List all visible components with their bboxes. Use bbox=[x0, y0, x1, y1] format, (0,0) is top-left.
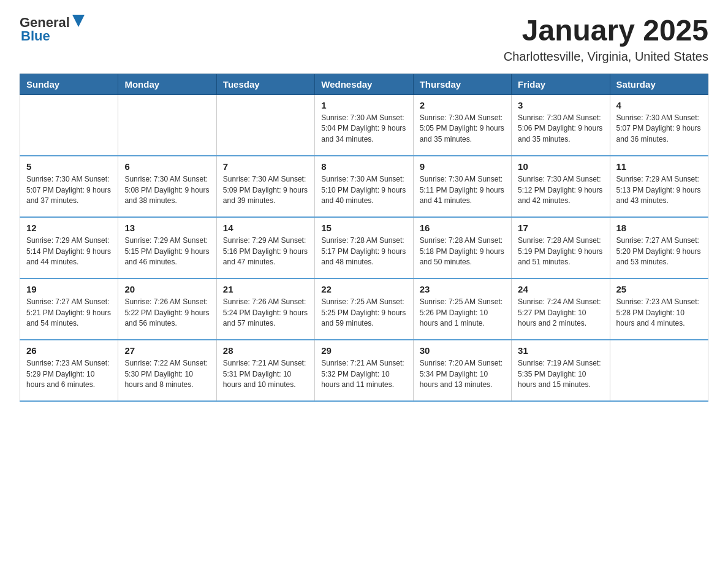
day-number: 10 bbox=[518, 161, 603, 172]
calendar-cell: 12Sunrise: 7:29 AM Sunset: 5:14 PM Dayli… bbox=[20, 217, 118, 278]
day-number: 8 bbox=[321, 161, 406, 172]
column-header-wednesday: Wednesday bbox=[315, 74, 413, 94]
calendar-cell: 2Sunrise: 7:30 AM Sunset: 5:05 PM Daylig… bbox=[413, 94, 511, 156]
day-info: Sunrise: 7:26 AM Sunset: 5:24 PM Dayligh… bbox=[223, 297, 308, 329]
calendar-cell: 23Sunrise: 7:25 AM Sunset: 5:26 PM Dayli… bbox=[413, 278, 511, 340]
calendar-cell: 30Sunrise: 7:20 AM Sunset: 5:34 PM Dayli… bbox=[413, 340, 511, 401]
calendar-header-row: SundayMondayTuesdayWednesdayThursdayFrid… bbox=[20, 74, 708, 94]
day-number: 28 bbox=[223, 345, 308, 356]
column-header-sunday: Sunday bbox=[20, 74, 118, 94]
calendar-cell bbox=[610, 340, 708, 401]
day-number: 16 bbox=[420, 223, 505, 233]
day-info: Sunrise: 7:21 AM Sunset: 5:31 PM Dayligh… bbox=[223, 358, 308, 390]
day-info: Sunrise: 7:30 AM Sunset: 5:10 PM Dayligh… bbox=[321, 174, 406, 206]
day-info: Sunrise: 7:29 AM Sunset: 5:13 PM Dayligh… bbox=[616, 174, 702, 206]
svg-marker-0 bbox=[72, 15, 85, 27]
logo-blue-text: Blue bbox=[21, 28, 50, 44]
day-number: 9 bbox=[420, 161, 505, 172]
day-number: 18 bbox=[616, 223, 702, 233]
day-number: 3 bbox=[518, 100, 603, 110]
day-number: 27 bbox=[124, 345, 210, 356]
logo-triangle-icon bbox=[72, 15, 85, 27]
day-info: Sunrise: 7:28 AM Sunset: 5:17 PM Dayligh… bbox=[321, 236, 406, 267]
day-number: 1 bbox=[321, 100, 406, 110]
calendar-cell: 14Sunrise: 7:29 AM Sunset: 5:16 PM Dayli… bbox=[216, 217, 314, 278]
day-info: Sunrise: 7:30 AM Sunset: 5:07 PM Dayligh… bbox=[26, 174, 112, 206]
calendar-week-5: 26Sunrise: 7:23 AM Sunset: 5:29 PM Dayli… bbox=[20, 340, 708, 401]
calendar-week-4: 19Sunrise: 7:27 AM Sunset: 5:21 PM Dayli… bbox=[20, 278, 708, 340]
day-info: Sunrise: 7:19 AM Sunset: 5:35 PM Dayligh… bbox=[518, 358, 603, 390]
calendar-cell: 9Sunrise: 7:30 AM Sunset: 5:11 PM Daylig… bbox=[413, 156, 511, 217]
day-info: Sunrise: 7:23 AM Sunset: 5:28 PM Dayligh… bbox=[616, 297, 702, 329]
calendar-cell: 22Sunrise: 7:25 AM Sunset: 5:25 PM Dayli… bbox=[315, 278, 413, 340]
calendar-cell: 25Sunrise: 7:23 AM Sunset: 5:28 PM Dayli… bbox=[610, 278, 708, 340]
day-number: 31 bbox=[518, 345, 603, 356]
calendar-cell: 26Sunrise: 7:23 AM Sunset: 5:29 PM Dayli… bbox=[20, 340, 118, 401]
calendar-cell: 13Sunrise: 7:29 AM Sunset: 5:15 PM Dayli… bbox=[118, 217, 216, 278]
day-number: 6 bbox=[124, 161, 210, 172]
day-info: Sunrise: 7:30 AM Sunset: 5:09 PM Dayligh… bbox=[223, 174, 308, 206]
day-number: 30 bbox=[420, 345, 505, 356]
column-header-thursday: Thursday bbox=[413, 74, 511, 94]
calendar-cell: 7Sunrise: 7:30 AM Sunset: 5:09 PM Daylig… bbox=[216, 156, 314, 217]
day-info: Sunrise: 7:30 AM Sunset: 5:08 PM Dayligh… bbox=[124, 174, 210, 206]
column-header-saturday: Saturday bbox=[610, 74, 708, 94]
day-number: 21 bbox=[223, 284, 308, 294]
day-info: Sunrise: 7:28 AM Sunset: 5:19 PM Dayligh… bbox=[518, 236, 603, 267]
day-info: Sunrise: 7:25 AM Sunset: 5:26 PM Dayligh… bbox=[420, 297, 505, 329]
day-number: 15 bbox=[321, 223, 406, 233]
day-number: 17 bbox=[518, 223, 603, 233]
title-section: January 2025 Charlottesville, Virginia, … bbox=[504, 15, 708, 64]
calendar-week-3: 12Sunrise: 7:29 AM Sunset: 5:14 PM Dayli… bbox=[20, 217, 708, 278]
calendar-cell: 1Sunrise: 7:30 AM Sunset: 5:04 PM Daylig… bbox=[315, 94, 413, 156]
calendar-cell: 8Sunrise: 7:30 AM Sunset: 5:10 PM Daylig… bbox=[315, 156, 413, 217]
day-info: Sunrise: 7:23 AM Sunset: 5:29 PM Dayligh… bbox=[26, 358, 112, 390]
calendar-week-1: 1Sunrise: 7:30 AM Sunset: 5:04 PM Daylig… bbox=[20, 94, 708, 156]
day-number: 23 bbox=[420, 284, 505, 294]
day-number: 11 bbox=[616, 161, 702, 172]
location-text: Charlottesville, Virginia, United States bbox=[504, 50, 708, 64]
column-header-monday: Monday bbox=[118, 74, 216, 94]
calendar-cell: 16Sunrise: 7:28 AM Sunset: 5:18 PM Dayli… bbox=[413, 217, 511, 278]
calendar-cell: 3Sunrise: 7:30 AM Sunset: 5:06 PM Daylig… bbox=[512, 94, 610, 156]
day-number: 13 bbox=[124, 223, 210, 233]
calendar-table: SundayMondayTuesdayWednesdayThursdayFrid… bbox=[20, 74, 708, 402]
calendar-cell: 27Sunrise: 7:22 AM Sunset: 5:30 PM Dayli… bbox=[118, 340, 216, 401]
day-info: Sunrise: 7:21 AM Sunset: 5:32 PM Dayligh… bbox=[321, 358, 406, 390]
calendar-cell: 17Sunrise: 7:28 AM Sunset: 5:19 PM Dayli… bbox=[512, 217, 610, 278]
day-info: Sunrise: 7:25 AM Sunset: 5:25 PM Dayligh… bbox=[321, 297, 406, 329]
day-number: 12 bbox=[26, 223, 112, 233]
day-info: Sunrise: 7:30 AM Sunset: 5:11 PM Dayligh… bbox=[420, 174, 505, 206]
day-info: Sunrise: 7:29 AM Sunset: 5:16 PM Dayligh… bbox=[223, 236, 308, 267]
calendar-cell: 29Sunrise: 7:21 AM Sunset: 5:32 PM Dayli… bbox=[315, 340, 413, 401]
calendar-cell: 15Sunrise: 7:28 AM Sunset: 5:17 PM Dayli… bbox=[315, 217, 413, 278]
month-title: January 2025 bbox=[504, 15, 708, 47]
calendar-cell bbox=[20, 94, 118, 156]
calendar-cell: 21Sunrise: 7:26 AM Sunset: 5:24 PM Dayli… bbox=[216, 278, 314, 340]
column-header-tuesday: Tuesday bbox=[216, 74, 314, 94]
calendar-cell: 24Sunrise: 7:24 AM Sunset: 5:27 PM Dayli… bbox=[512, 278, 610, 340]
calendar-cell: 18Sunrise: 7:27 AM Sunset: 5:20 PM Dayli… bbox=[610, 217, 708, 278]
day-info: Sunrise: 7:30 AM Sunset: 5:12 PM Dayligh… bbox=[518, 174, 603, 206]
calendar-cell: 4Sunrise: 7:30 AM Sunset: 5:07 PM Daylig… bbox=[610, 94, 708, 156]
day-number: 22 bbox=[321, 284, 406, 294]
calendar-cell bbox=[118, 94, 216, 156]
day-info: Sunrise: 7:29 AM Sunset: 5:15 PM Dayligh… bbox=[124, 236, 210, 267]
day-number: 20 bbox=[124, 284, 210, 294]
day-number: 24 bbox=[518, 284, 603, 294]
calendar-cell: 28Sunrise: 7:21 AM Sunset: 5:31 PM Dayli… bbox=[216, 340, 314, 401]
calendar-cell bbox=[216, 94, 314, 156]
day-info: Sunrise: 7:26 AM Sunset: 5:22 PM Dayligh… bbox=[124, 297, 210, 329]
day-number: 19 bbox=[26, 284, 112, 294]
day-number: 4 bbox=[616, 100, 702, 110]
day-info: Sunrise: 7:30 AM Sunset: 5:06 PM Dayligh… bbox=[518, 113, 603, 145]
day-info: Sunrise: 7:27 AM Sunset: 5:20 PM Dayligh… bbox=[616, 236, 702, 267]
day-info: Sunrise: 7:30 AM Sunset: 5:04 PM Dayligh… bbox=[321, 113, 406, 145]
day-number: 26 bbox=[26, 345, 112, 356]
day-number: 5 bbox=[26, 161, 112, 172]
day-number: 25 bbox=[616, 284, 702, 294]
calendar-cell: 11Sunrise: 7:29 AM Sunset: 5:13 PM Dayli… bbox=[610, 156, 708, 217]
calendar-cell: 5Sunrise: 7:30 AM Sunset: 5:07 PM Daylig… bbox=[20, 156, 118, 217]
calendar-week-2: 5Sunrise: 7:30 AM Sunset: 5:07 PM Daylig… bbox=[20, 156, 708, 217]
calendar-cell: 6Sunrise: 7:30 AM Sunset: 5:08 PM Daylig… bbox=[118, 156, 216, 217]
